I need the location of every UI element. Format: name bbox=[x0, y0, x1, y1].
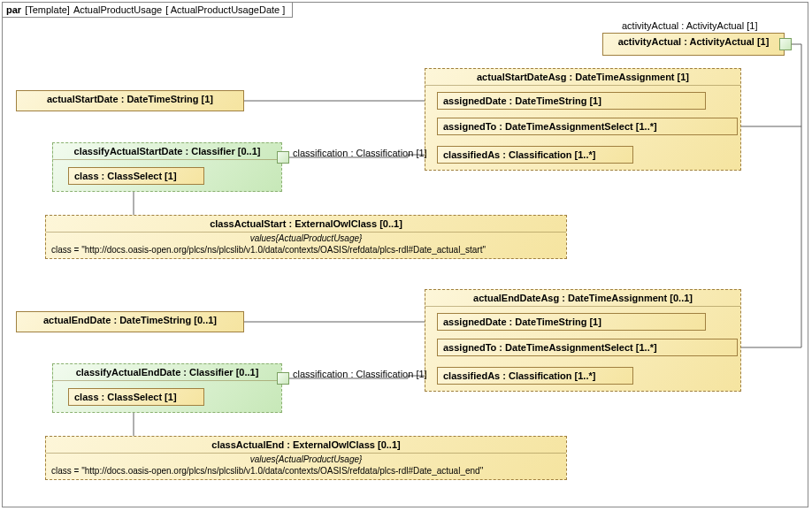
activity-actual-title: activityActual : ActivityActual [1] bbox=[603, 34, 784, 50]
frame-context: [Template] bbox=[25, 4, 70, 15]
activity-actual-port[interactable] bbox=[779, 38, 792, 50]
classify-end-port[interactable] bbox=[277, 372, 289, 385]
activity-actual-top-label: activityActual : ActivityActual [1] bbox=[622, 20, 757, 31]
start-classified-as[interactable]: classifiedAs : Classification [1..*] bbox=[437, 146, 633, 164]
frame-param: [ ActualProductUsageDate ] bbox=[165, 4, 285, 15]
class-actual-end[interactable]: classActualEnd : ExternalOwlClass [0..1]… bbox=[45, 436, 567, 480]
class-actual-start-classval: class = "http://docs.oasis-open.org/plcs… bbox=[46, 243, 566, 258]
actual-end-date[interactable]: actualEndDate : DateTimeString [0..1] bbox=[16, 311, 244, 332]
frame-tab: par [Template] ActualProductUsage [ Actu… bbox=[2, 2, 293, 18]
actual-start-date-asg-title: actualStartDateAsg : DateTimeAssignment … bbox=[425, 69, 740, 86]
classify-start-class-slot[interactable]: class : ClassSelect [1] bbox=[68, 167, 204, 185]
actual-start-date-title: actualStartDate : DateTimeString [1] bbox=[17, 91, 243, 107]
classify-actual-end-date-title: classifyActualEndDate : Classifier [0..1… bbox=[53, 364, 281, 381]
classify-start-port[interactable] bbox=[277, 151, 289, 164]
end-assigned-to[interactable]: assignedTo : DateTimeAssignmentSelect [1… bbox=[437, 339, 738, 356]
class-actual-start-title: classActualStart : ExternalOwlClass [0..… bbox=[46, 216, 566, 233]
frame-keyword: par bbox=[6, 4, 21, 15]
class-actual-end-values: values{ActualProductUsage} bbox=[46, 454, 566, 464]
end-assigned-date[interactable]: assignedDate : DateTimeString [1] bbox=[437, 313, 706, 331]
classification-label-2: classification : Classification [1] bbox=[293, 369, 427, 379]
frame-name: ActualProductUsage bbox=[73, 4, 162, 15]
class-actual-end-title: classActualEnd : ExternalOwlClass [0..1] bbox=[46, 437, 566, 454]
actual-end-date-title: actualEndDate : DateTimeString [0..1] bbox=[17, 312, 243, 328]
classify-end-class-slot[interactable]: class : ClassSelect [1] bbox=[68, 388, 204, 406]
activity-actual-box[interactable]: activityActual : ActivityActual [1] bbox=[602, 33, 785, 56]
diagram-frame: par [Template] ActualProductUsage [ Actu… bbox=[2, 2, 808, 507]
actual-start-date[interactable]: actualStartDate : DateTimeString [1] bbox=[16, 90, 244, 111]
classify-actual-start-date-title: classifyActualStartDate : Classifier [0.… bbox=[53, 143, 281, 160]
class-actual-end-classval: class = "http://docs.oasis-open.org/plcs… bbox=[46, 464, 566, 479]
class-actual-start[interactable]: classActualStart : ExternalOwlClass [0..… bbox=[45, 215, 567, 259]
end-classified-as[interactable]: classifiedAs : Classification [1..*] bbox=[437, 367, 633, 385]
class-actual-start-values: values{ActualProductUsage} bbox=[46, 233, 566, 243]
start-assigned-date[interactable]: assignedDate : DateTimeString [1] bbox=[437, 92, 706, 110]
start-assigned-to[interactable]: assignedTo : DateTimeAssignmentSelect [1… bbox=[437, 118, 738, 135]
actual-end-date-asg-title: actualEndDateAsg : DateTimeAssignment [0… bbox=[425, 290, 740, 307]
classification-label-1: classification : Classification [1] bbox=[293, 148, 427, 158]
